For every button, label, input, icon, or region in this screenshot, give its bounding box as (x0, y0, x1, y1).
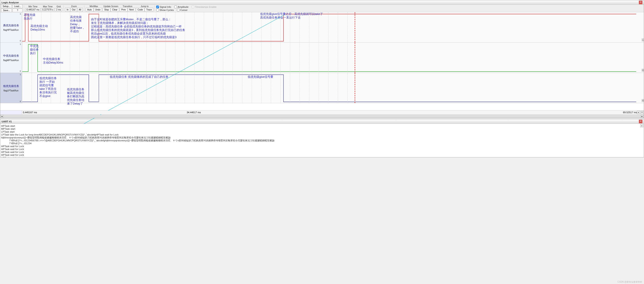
minmax-label: Min/Max (90, 5, 98, 8)
annotation-lp3: 低优先级任务 优先级继承的完成了自己的任务 (110, 75, 168, 79)
mintime-value[interactable]: 0.445167 ms (25, 8, 40, 11)
annotation-hp3: 高优先级 任务结束 Delay， 想要Take， 不成功 (70, 15, 85, 33)
stop-button[interactable]: Stop (102, 8, 110, 12)
la-toolbar: Setup... Save... Load... ? Min Time 0.44… (0, 5, 644, 12)
annotation-hp5: 低优先级give信号量之后，高优先级就可以take了 高优先级任务将会一直运行下… (260, 12, 323, 19)
uart-scroll-up-icon[interactable]: ▴ (640, 124, 643, 127)
show-cycles-checkbox[interactable]: Show Cycles (156, 9, 174, 11)
uart-window: UART #1 ✕ HPTask start MPTask start LPTa… (0, 119, 644, 157)
annotation-hp1: 高优先级 先执行 (24, 13, 36, 20)
h-scrollbar[interactable]: ◂ ▸ (0, 114, 644, 118)
load-button[interactable]: Load... (12, 5, 22, 8)
grid-value[interactable]: 2 ms (55, 8, 62, 11)
scroll-right-icon[interactable]: ▸ (640, 115, 644, 118)
signal-row-lp: 低优先级任务 flagLPTaskRun 10 0 (0, 73, 644, 103)
signal-label-hp[interactable]: 高优先级任务 flagHPTaskRun (0, 12, 22, 42)
close-icon[interactable]: ✕ (639, 1, 642, 4)
maxtime-value[interactable]: 0.227579 s (41, 8, 54, 11)
annotation-mp2: 中优先级任务 主动Delay30ms (43, 57, 63, 64)
jumpto-label: Jump to (141, 5, 149, 8)
signal-row-mp: 中优先级任务 flagMPTaskRun 10 0 (0, 43, 644, 73)
update-label: Update Screen (104, 5, 118, 8)
annotation-lp1: 低优先级任务 执行 一开始 就把信号量 take了而且任 务没有执行完 不会gi… (40, 76, 57, 98)
grid-label: Grid (56, 5, 61, 8)
signal-label-lp[interactable]: 低优先级任务 flagLPTaskRun (0, 73, 22, 103)
scale-up-icon[interactable]: ▴ (637, 111, 640, 114)
signal-label-mp[interactable]: 中优先级任务 flagMPTaskRun (0, 43, 22, 73)
time-mid: 34.44517 ms (187, 111, 201, 114)
logic-analyzer-window: Logic Analyzer ✕ Setup... Save... Load..… (0, 0, 644, 118)
annotation-lp4: 低优先级give信号量 (248, 75, 273, 79)
mintime-label: Min Time (28, 5, 38, 8)
clear-button[interactable]: Clear (110, 8, 119, 12)
amplitude-checkbox[interactable]: Amplitude (174, 6, 188, 8)
uart-output[interactable]: HPTask start MPTask start LPTask start L… (0, 124, 644, 157)
uart-title: UART #1 (2, 120, 12, 123)
next-button[interactable]: Next (128, 8, 136, 12)
help-button[interactable]: ? (12, 9, 22, 12)
prev-button[interactable]: Prev (120, 8, 128, 12)
time-left: 0.445167 ms (23, 111, 37, 114)
signal-info-checkbox[interactable]: Signal Info (156, 6, 171, 8)
undo-button[interactable]: Undo (94, 8, 102, 12)
annotation-lp2: 低优先级任务 被高优先级任 务打断因为高 优先级任务结 束了Delay了 (67, 88, 84, 105)
annotation-mp1: 中优先 级任务 执行 (30, 44, 39, 55)
scroll-left-icon[interactable]: ◂ (0, 115, 4, 118)
setup-button[interactable]: Setup... (1, 5, 12, 8)
annotation-hp2: 高优先级主动 Delay10ms (30, 24, 48, 32)
zoom-label: Zoom (71, 5, 77, 8)
save-button[interactable]: Save... (1, 9, 12, 12)
time-right: 69.52517 ms (623, 111, 637, 114)
la-title: Logic Analyzer (2, 1, 19, 4)
trace-button[interactable]: Trace (145, 8, 153, 12)
transition-label: Transition (122, 5, 132, 8)
timestamps-checkbox: Timestamps Enable (192, 6, 216, 8)
annotation-hp4: 由于这时候是创建的互斥量Mutex，不是二值信号量了，那么： 发生了优先级继承，… (91, 18, 185, 39)
cursor-checkbox[interactable]: Cursor (177, 9, 188, 11)
scale-down-icon[interactable]: ▾ (640, 111, 644, 114)
maxtime-label: Max Time (43, 5, 52, 8)
uart-close-icon[interactable]: ✕ (639, 120, 642, 123)
auto-button[interactable]: Auto (86, 8, 94, 12)
zoom-in-button[interactable]: In (65, 8, 70, 12)
la-title-bar: Logic Analyzer ✕ (0, 0, 644, 5)
zoom-out-button[interactable]: Out (70, 8, 77, 12)
time-scale-bar: 0.445167 ms 34.44517 ms 69.52517 ms ▴ ▾ (0, 110, 644, 114)
code-button[interactable]: Code (136, 8, 144, 12)
la-waveform-area[interactable]: 高优先级任务 flagHPTaskRun 10 1 中优先级任务 flagMPT… (0, 12, 644, 110)
waveform-mp[interactable]: 10 0 (22, 43, 644, 73)
uart-title-bar: UART #1 ✕ (0, 119, 644, 124)
zoom-all-button[interactable]: All (77, 8, 83, 12)
